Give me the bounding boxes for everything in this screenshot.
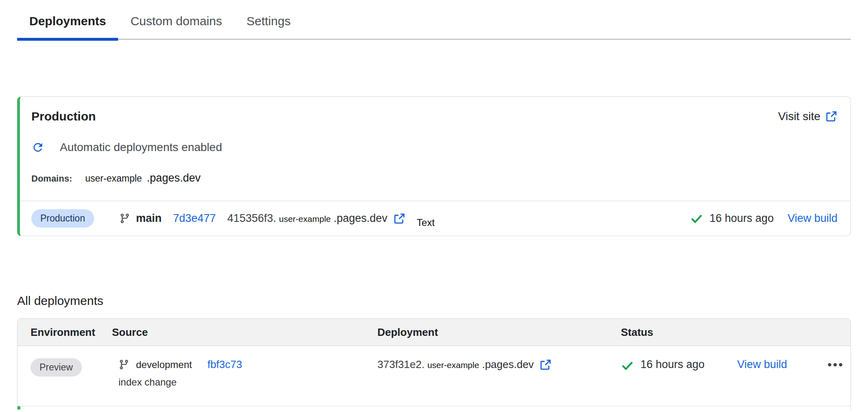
domains-label: Domains: [31, 173, 72, 184]
environment-cell: Preview [31, 346, 112, 406]
next-row-peek [18, 406, 850, 410]
tab-bar: Deployments Custom domains Settings [17, 0, 851, 40]
environment-badge: Production [31, 209, 94, 228]
table-header: Environment Source Deployment Status [18, 319, 850, 346]
table-row: Preview development fbf3c73 index change… [18, 346, 850, 406]
branch-name: main [136, 212, 162, 225]
production-deployment-row: Production main 7d3e477 415356f3. user-e… [20, 201, 850, 236]
visit-site-label: Visit site [778, 110, 820, 123]
status-cell: 16 hours ago View build ••• [621, 346, 850, 406]
deployment-url-prefix: 373f31e2. [377, 358, 425, 371]
deployment-url-suffix: .pages.dev [333, 212, 387, 225]
success-check-icon [690, 212, 703, 225]
view-build-link[interactable]: View build [787, 212, 837, 225]
deployment-url-name: user-example [427, 360, 479, 370]
external-link-icon[interactable] [393, 213, 406, 225]
column-deployment: Deployment [377, 326, 621, 339]
source-cell: development fbf3c73 index change [112, 346, 377, 406]
column-environment: Environment [31, 326, 112, 339]
column-status: Status [621, 326, 850, 339]
external-link-icon[interactable] [539, 359, 552, 371]
tab-custom-domains[interactable]: Custom domains [118, 10, 234, 39]
production-card-header: Production Visit site [20, 97, 850, 124]
external-link-icon [825, 110, 837, 123]
production-card: Production Visit site Automatic deployme… [17, 96, 851, 236]
deployment-url-prefix: 415356f3. [227, 212, 276, 225]
deployment-time: 16 hours ago [710, 212, 774, 225]
tab-deployments[interactable]: Deployments [17, 10, 118, 39]
column-source: Source [112, 326, 377, 339]
success-check-icon [621, 359, 634, 372]
commit-link[interactable]: fbf3c73 [207, 358, 242, 371]
tab-settings[interactable]: Settings [234, 10, 302, 39]
deployment-note: Text [417, 217, 435, 228]
all-deployments-title: All deployments [17, 294, 868, 308]
visit-site-link[interactable]: Visit site [778, 110, 837, 123]
domains-row: Domains: user-example .pages.dev [20, 154, 850, 201]
deployment-time: 16 hours ago [640, 358, 705, 371]
view-build-link[interactable]: View build [737, 358, 787, 371]
commit-link[interactable]: 7d3e477 [173, 212, 216, 225]
domain-suffix: .pages.dev [147, 172, 201, 184]
deployment-url: 373f31e2. user-example .pages.dev [377, 358, 552, 371]
deployment-url-suffix: .pages.dev [482, 358, 534, 371]
auto-deployments-row: Automatic deployments enabled [20, 124, 850, 154]
refresh-icon [31, 141, 44, 154]
deployment-url-name: user-example [279, 214, 331, 224]
branch-name: development [136, 359, 192, 370]
auto-deployments-text: Automatic deployments enabled [60, 141, 222, 154]
deployments-table: Environment Source Deployment Status Pre… [17, 318, 851, 410]
production-title: Production [31, 109, 96, 124]
git-branch-icon [118, 359, 129, 370]
deployment-url: 415356f3. user-example .pages.dev [227, 212, 387, 225]
domain-name: user-example [85, 173, 142, 184]
deployment-cell: 373f31e2. user-example .pages.dev [377, 346, 621, 406]
git-branch-icon [119, 213, 130, 224]
commit-message: index change [118, 377, 377, 388]
environment-badge: Preview [31, 358, 82, 377]
row-menu-icon[interactable]: ••• [827, 358, 844, 371]
